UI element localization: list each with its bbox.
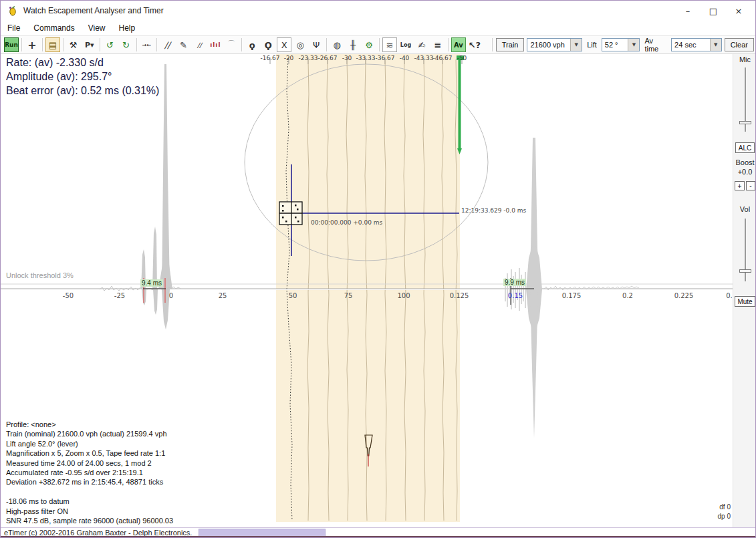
vol-label: Vol — [733, 205, 756, 213]
df-counter: df 0 — [682, 503, 731, 511]
toolbar-separator — [100, 38, 100, 51]
log-button[interactable]: Log — [398, 37, 413, 52]
chevron-down-icon[interactable]: ▼ — [628, 39, 639, 51]
waveform-left — [141, 64, 172, 329]
menu-file[interactable]: File — [1, 21, 27, 35]
alc-button[interactable]: ALC — [735, 142, 755, 153]
avtime-label: Av time — [644, 37, 666, 53]
waves-button[interactable]: ≋ — [382, 37, 397, 52]
toolbar-separator — [136, 38, 137, 51]
average-button[interactable]: Av — [451, 37, 466, 52]
beat-scale-label: -43.33 — [414, 55, 433, 61]
beat-scale-label: -50 — [457, 55, 467, 61]
right-interval-label: 9.9 ms — [503, 279, 526, 286]
reference-time-label: 12:19:33.629 -0.0 ms — [461, 207, 526, 214]
mainspring-button[interactable]: ◍ — [330, 37, 344, 52]
toolbar-separator — [241, 38, 242, 51]
sync-left-button[interactable]: ↺ — [103, 37, 118, 52]
toolbar-separator — [326, 38, 327, 51]
avtime-value: 24 sec — [672, 41, 710, 49]
tape-edit-button[interactable]: ✎ — [176, 37, 191, 52]
rate-line-green — [457, 55, 464, 154]
balance-large-button[interactable]: Ϙ — [261, 37, 275, 52]
menu-view[interactable]: View — [82, 21, 112, 35]
info-line: Measured time 24.00 of 24.00 secs, 1 mod… — [6, 459, 173, 468]
run-button[interactable]: Run — [4, 37, 19, 52]
train-button[interactable]: Train — [496, 38, 525, 51]
pan-button[interactable]: + — [25, 37, 39, 52]
app-logo-icon — [7, 5, 18, 16]
setup-button[interactable]: ⚒ — [66, 37, 81, 52]
info-line: Magnification x 5, Zoom x 0.5, Tape feed… — [6, 449, 173, 458]
axis-label: 0.225 — [674, 292, 694, 299]
chevron-down-icon[interactable]: ▼ — [710, 39, 721, 51]
gear-button[interactable]: ⚙ — [362, 37, 376, 52]
mic-slider-thumb[interactable] — [739, 121, 751, 124]
amplitude-readout: Amplitude (av): 295.7° — [6, 70, 159, 84]
train-combobox[interactable]: 21600 vph ▼ — [527, 38, 582, 51]
help-button[interactable]: ↖? — [467, 37, 482, 52]
chart-canvas[interactable]: Rate: (av) -2.330 s/d Amplitude (av): 29… — [1, 54, 733, 527]
lift-combobox[interactable]: 52 ° ▼ — [602, 38, 640, 51]
close-button[interactable]: × — [726, 1, 751, 21]
toolbar-separator — [448, 38, 449, 51]
axis-label: 0.2 — [622, 292, 633, 299]
axis-label: 75 — [344, 292, 353, 299]
audio-panel: Mic ALC Boost +0.0 + - Vol Mute — [733, 54, 756, 527]
vol-slider-thumb[interactable] — [739, 269, 751, 273]
tape-narrow-button[interactable]: ∕∕ — [192, 37, 207, 52]
toolbar-separator — [492, 38, 493, 51]
lift-value: 52 ° — [602, 41, 628, 49]
menu-help[interactable]: Help — [112, 21, 142, 35]
sync-right-button[interactable]: ↻ — [119, 37, 134, 52]
axis-label: -25 — [114, 292, 125, 299]
target-button[interactable]: ◎ — [293, 37, 307, 52]
axis-label: 0.175 — [562, 292, 582, 299]
fork-button[interactable]: Ψ — [309, 37, 324, 52]
caliper-button[interactable]: Χ — [277, 37, 291, 52]
info-line: Train (nominal) 21600.0 vph (actual) 215… — [6, 430, 173, 439]
balance-small-button[interactable]: ϙ — [245, 37, 259, 52]
clear-button[interactable]: Clear — [725, 38, 754, 51]
info-line: Accumulated rate -0.95 s/d over 2:15:19.… — [6, 468, 173, 478]
info-line: Profile: <none> — [6, 420, 173, 430]
minimize-button[interactable]: – — [675, 1, 701, 21]
display-mode-button[interactable]: ▤ — [45, 37, 60, 52]
tape-wide-button[interactable]: ∕∕ — [160, 37, 174, 52]
profile-button[interactable]: P▾ — [82, 37, 97, 52]
axis-label: 0.125 — [450, 292, 469, 299]
menu-commands[interactable]: Commands — [27, 21, 81, 35]
train-value: 21600 vph — [527, 41, 570, 49]
axis-label: 50 — [289, 292, 297, 299]
traces-button[interactable]: ≣ — [430, 37, 445, 52]
collapse-button[interactable]: →← — [139, 37, 154, 52]
cursor-time-label: 00:00:00.000 +0.00 ms — [311, 219, 382, 226]
left-interval-label: 9.4 ms — [140, 279, 163, 287]
curve-button[interactable]: ⌒ — [224, 37, 239, 52]
maximize-button[interactable]: □ — [701, 1, 726, 21]
lift-label: Lift — [587, 41, 597, 49]
window-controls: – □ × — [675, 1, 751, 21]
axis-label: 0. — [726, 292, 733, 299]
window-bottom-edge — [1, 536, 755, 537]
mute-button[interactable]: Mute — [735, 296, 755, 307]
chevron-down-icon[interactable]: ▼ — [570, 39, 582, 51]
boost-value: +0.0 — [733, 168, 756, 176]
toolbar-separator — [63, 38, 64, 51]
beat-scale-label: -40 — [400, 55, 410, 61]
info-line: Lift angle 52.0° (lever) — [6, 440, 173, 449]
beat-scale-label: -46.67 — [432, 55, 452, 61]
histogram-button[interactable]: ılıl — [208, 37, 223, 52]
toolbar: Run + ▤ ⚒ P▾ ↺ ↻ →← ∕∕ ✎ ∕∕ ılıl ⌒ ϙ Ϙ Χ… — [1, 35, 755, 54]
waveform-right — [526, 138, 542, 438]
align-button[interactable]: ╫ — [346, 37, 360, 52]
avtime-combobox[interactable]: 24 sec ▼ — [671, 38, 722, 51]
boost-plus-button[interactable]: + — [735, 181, 745, 190]
axis-label-highlighted: 0.15 — [508, 292, 523, 299]
boost-minus-button[interactable]: - — [746, 181, 755, 190]
info-line: -18.06 ms to datum — [6, 497, 173, 507]
beat-scale-label: -16.67 — [260, 55, 279, 61]
annotate-button[interactable]: ✍ — [414, 37, 429, 52]
rate-readout: Rate: (av) -2.330 s/d — [6, 55, 159, 70]
axis-label: 0 — [169, 292, 173, 299]
